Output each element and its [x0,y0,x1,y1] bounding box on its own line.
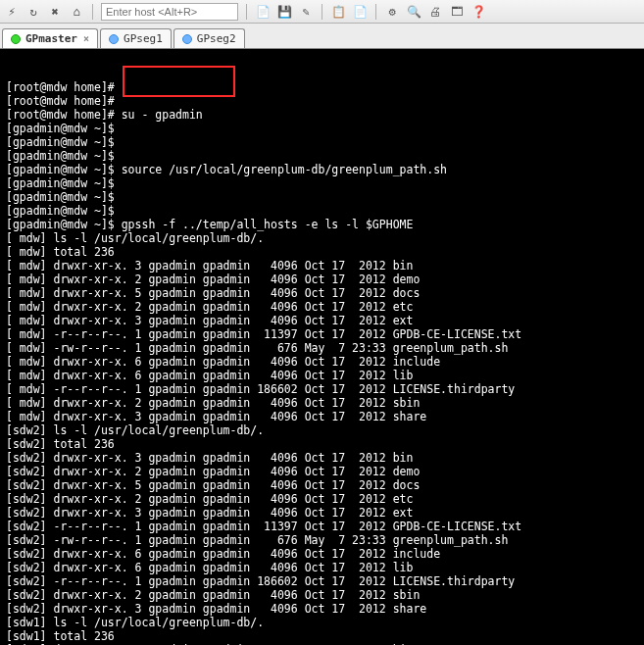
terminal-line: [gpadmin@mdw ~]$ [6,122,638,135]
terminal-output[interactable]: [root@mdw home]#[root@mdw home]#[root@md… [0,49,644,645]
terminal-line: [ mdw] drwxr-xr-x. 6 gpadmin gpadmin 409… [6,355,638,369]
tab-label: GPseg1 [124,32,163,45]
folder-icon[interactable]: 📄 [255,4,271,20]
save-icon[interactable]: 💾 [276,4,292,20]
terminal-line: [gpadmin@mdw ~]$ [6,204,638,218]
terminal-line: [sdw2] total 236 [6,437,638,451]
terminal-line: [ mdw] total 236 [6,245,638,259]
terminal-line: [ mdw] drwxr-xr-x. 3 gpadmin gpadmin 409… [6,314,638,327]
terminal-line: [ mdw] drwxr-xr-x. 3 gpadmin gpadmin 409… [6,259,638,273]
terminal-line: [gpadmin@mdw ~]$ [6,176,638,190]
terminal-line: [ mdw] -r--r--r--. 1 gpadmin gpadmin 113… [6,327,638,341]
terminal-line: [sdw2] drwxr-xr-x. 3 gpadmin gpadmin 409… [6,451,638,465]
tab-gpmaster[interactable]: GPmaster × [2,28,98,48]
terminal-line: [sdw2] -r--r--r--. 1 gpadmin gpadmin 113… [6,520,638,533]
paste-icon[interactable]: 📄 [352,4,368,20]
terminal-line: [sdw2] drwxr-xr-x. 5 gpadmin gpadmin 409… [6,478,638,492]
connect-icon[interactable]: ⚡ [4,4,20,20]
disconnect-icon[interactable]: ✖ [47,4,63,20]
terminal-line: [sdw2] drwxr-xr-x. 2 gpadmin gpadmin 409… [6,588,638,602]
extra-icon-5[interactable]: ❓ [471,4,486,20]
terminal-line: [ mdw] -rw-r--r--. 1 gpadmin gpadmin 676… [6,341,638,355]
host-input[interactable] [101,3,238,21]
terminal-line: [ mdw] drwxr-xr-x. 2 gpadmin gpadmin 409… [6,300,638,314]
status-dot-icon [109,34,119,44]
status-dot-icon [11,34,21,44]
separator [375,4,376,20]
copy-icon[interactable]: 📋 [330,4,346,20]
terminal-line: [root@mdw home]# [6,94,638,108]
tab-label: GPseg2 [197,32,236,45]
terminal-line: [ mdw] drwxr-xr-x. 2 gpadmin gpadmin 409… [6,396,638,410]
terminal-line: [sdw2] drwxr-xr-x. 3 gpadmin gpadmin 409… [6,506,638,520]
terminal-line: [gpadmin@mdw ~]$ source /usr/local/green… [6,163,638,176]
terminal-line: [ mdw] drwxr-xr-x. 5 gpadmin gpadmin 409… [6,286,638,300]
reconnect-icon[interactable]: ↻ [25,4,41,20]
terminal-line: [sdw2] -r--r--r--. 1 gpadmin gpadmin 186… [6,574,638,588]
home-icon[interactable]: ⌂ [69,4,84,20]
terminal-line: [ mdw] ls -l /usr/local/greenplum-db/. [6,231,638,245]
separator [322,4,322,20]
terminal-line: [sdw2] drwxr-xr-x. 2 gpadmin gpadmin 409… [6,465,638,478]
terminal-line: [sdw2] -rw-r--r--. 1 gpadmin gpadmin 676… [6,533,638,547]
separator [246,4,247,20]
tab-gpseg2[interactable]: GPseg2 [173,28,245,48]
extra-icon-1[interactable]: ⚙ [384,4,400,20]
terminal-line: [sdw2] drwxr-xr-x. 6 gpadmin gpadmin 409… [6,561,638,574]
terminal-line: [sdw1] ls -l /usr/local/greenplum-db/. [6,616,638,629]
edit-icon[interactable]: ✎ [298,4,314,20]
extra-icon-2[interactable]: 🔍 [406,4,421,20]
terminal-line: [ mdw] drwxr-xr-x. 2 gpadmin gpadmin 409… [6,273,638,286]
terminal-line: [gpadmin@mdw ~]$ [6,135,638,149]
terminal-line: [ mdw] -r--r--r--. 1 gpadmin gpadmin 186… [6,382,638,396]
terminal-line: [sdw1] total 236 [6,629,638,643]
terminal-line: [ mdw] drwxr-xr-x. 6 gpadmin gpadmin 409… [6,369,638,382]
terminal-line: [sdw2] drwxr-xr-x. 2 gpadmin gpadmin 409… [6,492,638,506]
status-dot-icon [182,34,192,44]
terminal-line: [ mdw] drwxr-xr-x. 3 gpadmin gpadmin 409… [6,410,638,423]
toolbar: ⚡ ↻ ✖ ⌂ 📄 💾 ✎ 📋 📄 ⚙ 🔍 🖨 🗔 ❓ [0,0,644,24]
tab-gpseg1[interactable]: GPseg1 [100,28,172,48]
terminal-line: [root@mdw home]# su - gpadmin [6,108,638,122]
terminal-line: [gpadmin@mdw ~]$ [6,149,638,163]
terminal-line: [root@mdw home]# [6,80,638,94]
terminal-line: [sdw2] ls -l /usr/local/greenplum-db/. [6,423,638,437]
terminal-line: [sdw2] drwxr-xr-x. 6 gpadmin gpadmin 409… [6,547,638,561]
tab-bar: GPmaster × GPseg1 GPseg2 [0,24,644,49]
separator [92,4,93,20]
extra-icon-4[interactable]: 🗔 [449,4,465,20]
close-icon[interactable]: × [83,33,89,44]
terminal-line: [gpadmin@mdw ~]$ gpssh -f ../temp/all_ho… [6,218,638,231]
terminal-line: [sdw2] drwxr-xr-x. 3 gpadmin gpadmin 409… [6,602,638,616]
tab-label: GPmaster [25,32,77,45]
terminal-line: [gpadmin@mdw ~]$ [6,190,638,204]
extra-icon-3[interactable]: 🖨 [427,4,443,20]
